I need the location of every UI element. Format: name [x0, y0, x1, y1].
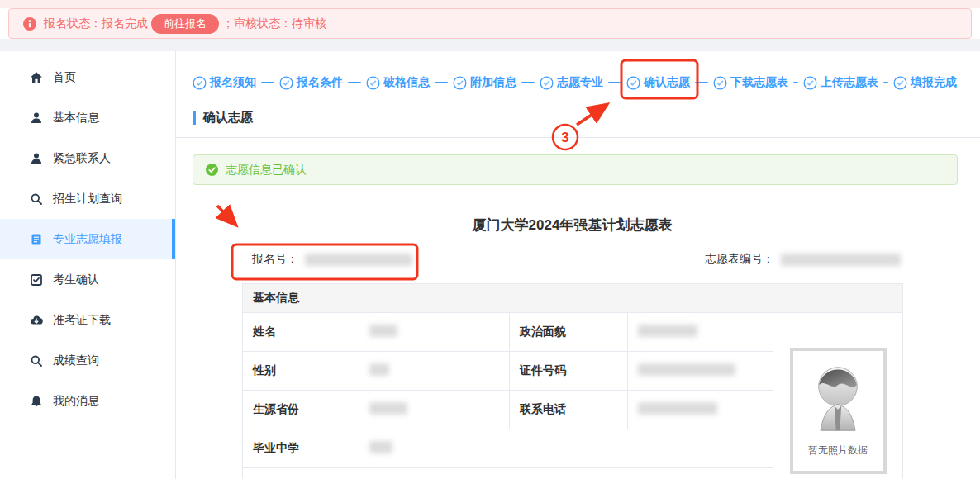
registration-number-label: 报名号：: [252, 252, 298, 267]
sidebar-item-label: 考生确认: [53, 273, 99, 287]
basic-info-table: 基本信息 姓名 政治面貌: [242, 283, 903, 479]
section-header: 确认志愿: [193, 110, 253, 126]
field-value: [628, 313, 773, 352]
field-value: [359, 352, 510, 391]
step-label: 下载志愿表: [730, 75, 788, 90]
redacted-value: [638, 325, 697, 337]
check-circle-icon: [193, 76, 207, 90]
sidebar-item-admission-ticket-download[interactable]: 准考证下载: [0, 300, 175, 340]
step-upload-form[interactable]: 上传志愿表: [803, 75, 878, 90]
check-circle-icon: [540, 76, 554, 90]
step-label: 填报完成: [911, 75, 957, 90]
checkbox-icon: [30, 273, 43, 287]
user-icon: [30, 152, 43, 165]
redacted-value: [369, 325, 397, 337]
table-row: 姓名 政治面貌: [243, 313, 903, 352]
page: 报名状态：报名完成 前往报名 ； 审核状态：待审核 首页 基本信息 紧急联系人 …: [0, 0, 980, 479]
sidebar-item-admission-plan-query[interactable]: 招生计划查询: [0, 178, 175, 219]
step-label: 破格信息: [383, 75, 430, 90]
step-label: 附加信息: [470, 75, 516, 90]
field-value: [359, 391, 510, 429]
success-alert: 志愿信息已确认: [193, 154, 958, 185]
sidebar-item-label: 专业志愿填报: [53, 232, 122, 247]
form-title: 厦门大学2024年强基计划志愿表: [242, 216, 902, 235]
check-circle-icon: [626, 76, 640, 90]
step-separator: [435, 82, 448, 83]
field-value: [359, 429, 773, 468]
redacted-value: [369, 363, 389, 376]
status-value: 报名完成: [102, 17, 148, 31]
redacted-form-number: [781, 254, 901, 266]
field-label-id-number: 证件号码: [510, 352, 628, 391]
sidebar-item-basic-info[interactable]: 基本信息: [0, 97, 175, 138]
sidebar-item-label: 成绩查询: [53, 353, 99, 368]
table-header-row: 基本信息: [243, 284, 903, 313]
status-label: 报名状态：: [44, 17, 102, 31]
step-separator: [521, 82, 535, 83]
step-separator: [883, 82, 888, 83]
photo-cell: 暂无照片数据: [773, 313, 903, 479]
field-value: [359, 468, 773, 479]
field-value: [359, 313, 510, 352]
sidebar-item-score-query[interactable]: 成绩查询: [0, 340, 175, 381]
field-label-name: 姓名: [243, 313, 359, 352]
step-confirm-preference[interactable]: 确认志愿: [626, 75, 690, 90]
redacted-value: [369, 402, 407, 415]
step-label: 报名条件: [297, 75, 343, 90]
sidebar-item-label: 准考证下载: [53, 313, 111, 328]
separator: ；: [222, 17, 234, 31]
sidebar-item-label: 我的消息: [53, 394, 99, 409]
table-header: 基本信息: [243, 284, 903, 313]
step-exception-info[interactable]: 破格信息: [366, 75, 430, 90]
registration-number: 报名号：: [252, 252, 412, 267]
check-circle-icon: [713, 76, 727, 90]
avatar-placeholder-icon: [806, 364, 869, 434]
sidebar-item-home[interactable]: 首页: [0, 57, 175, 97]
document-icon: [30, 233, 43, 246]
go-register-button[interactable]: 前往报名: [151, 14, 219, 34]
bell-icon: [30, 395, 43, 408]
step-label: 上传志愿表: [821, 75, 878, 90]
step-separator: [261, 82, 274, 83]
sidebar-item-major-preference[interactable]: 专业志愿填报: [0, 219, 175, 259]
field-value: [628, 352, 773, 391]
steps-bar: 报名须知 报名条件 破格信息 附加信息 志愿专业: [193, 73, 957, 92]
status-banner: 报名状态：报名完成 前往报名 ； 审核状态：待审核: [8, 8, 972, 39]
step-preference-major[interactable]: 志愿专业: [540, 75, 603, 90]
step-separator: [608, 82, 621, 83]
check-circle-icon: [279, 76, 293, 90]
main-content: 报名须知 报名条件 破格信息 附加信息 志愿专业: [176, 51, 980, 479]
check-circle-icon: [803, 76, 817, 90]
sidebar-item-label: 紧急联系人: [53, 151, 111, 166]
photo-placeholder-text: 暂无照片数据: [808, 443, 868, 458]
field-label-phone: 联系电话: [510, 391, 628, 429]
step-additional-info[interactable]: 附加信息: [453, 75, 516, 90]
redacted-value: [369, 441, 392, 453]
redacted-value: [638, 363, 735, 376]
review-label: 审核状态：: [234, 17, 292, 31]
home-icon: [30, 71, 43, 84]
field-label-political-status: 政治面貌: [510, 313, 628, 352]
divider: [176, 137, 980, 138]
sidebar: 首页 基本信息 紧急联系人 招生计划查询 专业志愿填报 考生确认 准考证下载: [0, 51, 176, 479]
search-icon: [30, 192, 43, 206]
step-label: 报名须知: [210, 75, 256, 90]
step-download-form[interactable]: 下载志愿表: [713, 75, 788, 90]
section-title: 确认志愿: [203, 110, 253, 126]
sidebar-item-my-messages[interactable]: 我的消息: [0, 381, 175, 421]
check-circle-icon: [893, 76, 907, 90]
check-circle-icon: [366, 76, 380, 90]
step-separator: [793, 82, 798, 83]
sidebar-item-candidate-confirm[interactable]: 考生确认: [0, 259, 175, 300]
section-accent-bar: [193, 111, 196, 125]
form-number: 志愿表编号：: [705, 252, 901, 267]
review-value: 待审核: [292, 17, 326, 31]
background-gap: [0, 39, 980, 51]
sidebar-item-label: 首页: [53, 70, 76, 85]
redacted-value: [638, 402, 717, 415]
form-id-row: 报名号： 志愿表编号：: [242, 252, 902, 270]
step-signup-notice[interactable]: 报名须知: [193, 75, 256, 90]
step-complete[interactable]: 填报完成: [893, 75, 957, 90]
step-signup-condition[interactable]: 报名条件: [279, 75, 343, 90]
sidebar-item-emergency-contact[interactable]: 紧急联系人: [0, 138, 175, 178]
